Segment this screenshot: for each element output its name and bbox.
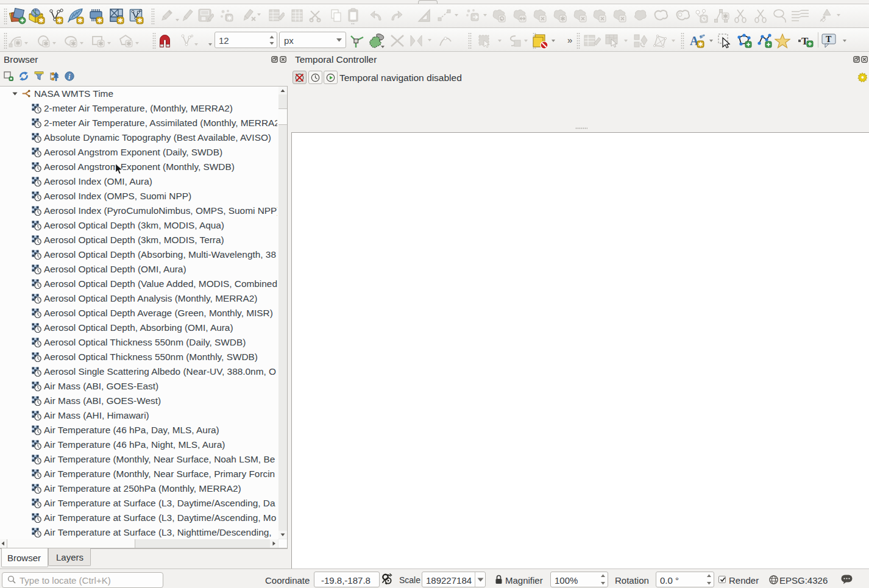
svg-text:T: T [826,35,832,44]
